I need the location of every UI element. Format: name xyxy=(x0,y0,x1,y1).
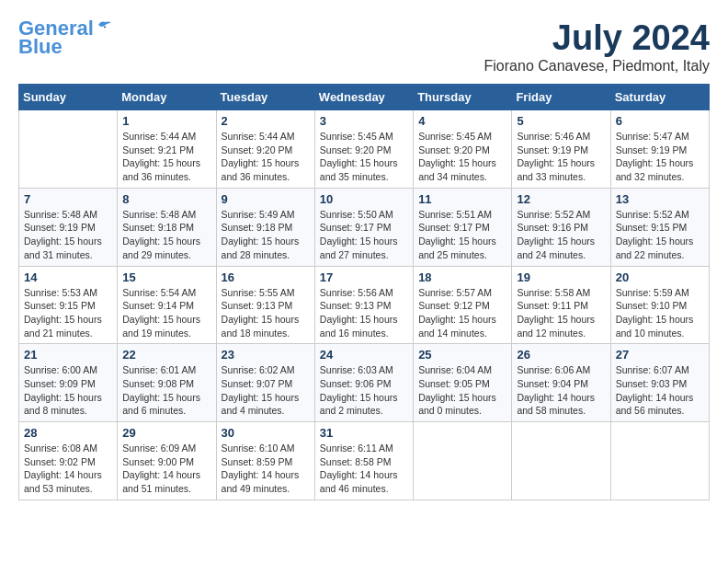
location-subtitle: Fiorano Canavese, Piedmont, Italy xyxy=(484,58,710,75)
day-number: 19 xyxy=(517,270,605,284)
day-info: Sunrise: 6:01 AM Sunset: 9:08 PM Dayligh… xyxy=(122,363,210,418)
day-number: 6 xyxy=(616,114,704,128)
header-row: SundayMondayTuesdayWednesdayThursdayFrid… xyxy=(19,85,710,110)
calendar-cell: 5Sunrise: 5:46 AM Sunset: 9:19 PM Daylig… xyxy=(512,110,610,189)
header-day-sunday: Sunday xyxy=(19,85,118,110)
week-row-3: 14Sunrise: 5:53 AM Sunset: 9:15 PM Dayli… xyxy=(19,266,710,344)
calendar-header: SundayMondayTuesdayWednesdayThursdayFrid… xyxy=(19,85,710,110)
calendar-cell: 14Sunrise: 5:53 AM Sunset: 9:15 PM Dayli… xyxy=(19,266,118,344)
calendar-cell: 26Sunrise: 6:06 AM Sunset: 9:04 PM Dayli… xyxy=(512,344,610,422)
week-row-5: 28Sunrise: 6:08 AM Sunset: 9:02 PM Dayli… xyxy=(19,422,710,500)
day-number: 18 xyxy=(418,270,506,284)
day-info: Sunrise: 5:45 AM Sunset: 9:20 PM Dayligh… xyxy=(418,130,506,184)
day-info: Sunrise: 5:48 AM Sunset: 9:18 PM Dayligh… xyxy=(122,208,210,262)
calendar-cell: 17Sunrise: 5:56 AM Sunset: 9:13 PM Dayli… xyxy=(314,266,413,344)
day-number: 2 xyxy=(222,114,310,128)
calendar-cell: 15Sunrise: 5:54 AM Sunset: 9:14 PM Dayli… xyxy=(118,266,216,344)
calendar-cell xyxy=(19,110,118,189)
week-row-2: 7Sunrise: 5:48 AM Sunset: 9:19 PM Daylig… xyxy=(19,188,710,266)
day-info: Sunrise: 5:45 AM Sunset: 9:20 PM Dayligh… xyxy=(320,130,408,184)
calendar-cell: 20Sunrise: 5:59 AM Sunset: 9:10 PM Dayli… xyxy=(610,266,709,344)
calendar-cell xyxy=(610,422,709,500)
title-section: July 2024 Fiorano Canavese, Piedmont, It… xyxy=(484,18,710,75)
week-row-4: 21Sunrise: 6:00 AM Sunset: 9:09 PM Dayli… xyxy=(19,344,710,422)
day-info: Sunrise: 5:56 AM Sunset: 9:13 PM Dayligh… xyxy=(320,286,408,340)
header-day-saturday: Saturday xyxy=(610,85,709,110)
week-row-1: 1Sunrise: 5:44 AM Sunset: 9:21 PM Daylig… xyxy=(19,110,710,189)
day-number: 11 xyxy=(418,192,506,206)
calendar-cell: 6Sunrise: 5:47 AM Sunset: 9:19 PM Daylig… xyxy=(610,110,709,189)
day-info: Sunrise: 5:44 AM Sunset: 9:21 PM Dayligh… xyxy=(122,130,210,184)
day-number: 20 xyxy=(616,270,704,284)
day-number: 30 xyxy=(222,426,310,440)
day-number: 17 xyxy=(320,270,408,284)
day-number: 7 xyxy=(24,192,112,206)
calendar-cell: 11Sunrise: 5:51 AM Sunset: 9:17 PM Dayli… xyxy=(414,188,512,266)
header-day-friday: Friday xyxy=(512,85,610,110)
day-info: Sunrise: 6:09 AM Sunset: 9:00 PM Dayligh… xyxy=(122,442,210,496)
header-day-tuesday: Tuesday xyxy=(216,85,314,110)
day-number: 8 xyxy=(122,192,210,206)
calendar-cell: 23Sunrise: 6:02 AM Sunset: 9:07 PM Dayli… xyxy=(216,344,314,422)
day-number: 16 xyxy=(222,270,310,284)
day-number: 21 xyxy=(24,348,112,362)
day-info: Sunrise: 5:54 AM Sunset: 9:14 PM Dayligh… xyxy=(122,286,210,340)
calendar-cell: 27Sunrise: 6:07 AM Sunset: 9:03 PM Dayli… xyxy=(610,344,709,422)
day-info: Sunrise: 6:11 AM Sunset: 8:58 PM Dayligh… xyxy=(320,442,408,496)
day-info: Sunrise: 5:53 AM Sunset: 9:15 PM Dayligh… xyxy=(24,286,112,340)
day-number: 29 xyxy=(122,426,210,440)
day-info: Sunrise: 5:59 AM Sunset: 9:10 PM Dayligh… xyxy=(616,286,704,340)
calendar-cell: 2Sunrise: 5:44 AM Sunset: 9:20 PM Daylig… xyxy=(216,110,314,189)
day-number: 25 xyxy=(418,348,506,362)
day-number: 14 xyxy=(24,270,112,284)
day-number: 31 xyxy=(320,426,408,440)
calendar-cell: 3Sunrise: 5:45 AM Sunset: 9:20 PM Daylig… xyxy=(314,110,413,189)
calendar-cell: 7Sunrise: 5:48 AM Sunset: 9:19 PM Daylig… xyxy=(19,188,118,266)
calendar-cell: 13Sunrise: 5:52 AM Sunset: 9:15 PM Dayli… xyxy=(610,188,709,266)
day-info: Sunrise: 6:06 AM Sunset: 9:04 PM Dayligh… xyxy=(517,363,605,418)
calendar-cell: 30Sunrise: 6:10 AM Sunset: 8:59 PM Dayli… xyxy=(216,422,314,500)
day-info: Sunrise: 5:52 AM Sunset: 9:16 PM Dayligh… xyxy=(517,208,605,262)
calendar-body: 1Sunrise: 5:44 AM Sunset: 9:21 PM Daylig… xyxy=(19,110,710,500)
day-number: 23 xyxy=(222,348,310,362)
calendar-cell xyxy=(414,422,512,500)
page-header: General Blue July 2024 Fiorano Canavese,… xyxy=(18,18,710,75)
calendar-cell: 12Sunrise: 5:52 AM Sunset: 9:16 PM Dayli… xyxy=(512,188,610,266)
month-year-title: July 2024 xyxy=(484,18,710,58)
calendar-cell: 8Sunrise: 5:48 AM Sunset: 9:18 PM Daylig… xyxy=(118,188,216,266)
calendar-cell: 4Sunrise: 5:45 AM Sunset: 9:20 PM Daylig… xyxy=(414,110,512,189)
day-info: Sunrise: 5:44 AM Sunset: 9:20 PM Dayligh… xyxy=(222,130,310,184)
day-info: Sunrise: 6:00 AM Sunset: 9:09 PM Dayligh… xyxy=(24,363,112,418)
day-number: 27 xyxy=(616,348,704,362)
day-info: Sunrise: 5:47 AM Sunset: 9:19 PM Dayligh… xyxy=(616,130,704,184)
day-info: Sunrise: 6:07 AM Sunset: 9:03 PM Dayligh… xyxy=(616,363,704,418)
calendar-cell: 31Sunrise: 6:11 AM Sunset: 8:58 PM Dayli… xyxy=(314,422,413,500)
day-info: Sunrise: 6:02 AM Sunset: 9:07 PM Dayligh… xyxy=(222,363,310,418)
header-day-monday: Monday xyxy=(118,85,216,110)
calendar-cell: 25Sunrise: 6:04 AM Sunset: 9:05 PM Dayli… xyxy=(414,344,512,422)
logo: General Blue xyxy=(18,18,112,57)
day-number: 10 xyxy=(320,192,408,206)
day-info: Sunrise: 5:57 AM Sunset: 9:12 PM Dayligh… xyxy=(418,286,506,340)
calendar-cell: 22Sunrise: 6:01 AM Sunset: 9:08 PM Dayli… xyxy=(118,344,216,422)
day-info: Sunrise: 5:52 AM Sunset: 9:15 PM Dayligh… xyxy=(616,208,704,262)
day-info: Sunrise: 5:48 AM Sunset: 9:19 PM Dayligh… xyxy=(24,208,112,262)
day-number: 4 xyxy=(418,114,506,128)
calendar-cell: 16Sunrise: 5:55 AM Sunset: 9:13 PM Dayli… xyxy=(216,266,314,344)
day-info: Sunrise: 5:51 AM Sunset: 9:17 PM Dayligh… xyxy=(418,208,506,262)
logo-text2: Blue xyxy=(18,37,63,57)
day-number: 9 xyxy=(222,192,310,206)
calendar-table: SundayMondayTuesdayWednesdayThursdayFrid… xyxy=(18,84,710,500)
calendar-cell: 1Sunrise: 5:44 AM Sunset: 9:21 PM Daylig… xyxy=(118,110,216,189)
day-info: Sunrise: 5:46 AM Sunset: 9:19 PM Dayligh… xyxy=(517,130,605,184)
day-info: Sunrise: 6:04 AM Sunset: 9:05 PM Dayligh… xyxy=(418,363,506,418)
header-day-thursday: Thursday xyxy=(414,85,512,110)
day-number: 3 xyxy=(320,114,408,128)
calendar-cell: 19Sunrise: 5:58 AM Sunset: 9:11 PM Dayli… xyxy=(512,266,610,344)
day-number: 26 xyxy=(517,348,605,362)
calendar-cell: 28Sunrise: 6:08 AM Sunset: 9:02 PM Dayli… xyxy=(19,422,118,500)
day-number: 5 xyxy=(517,114,605,128)
calendar-cell: 24Sunrise: 6:03 AM Sunset: 9:06 PM Dayli… xyxy=(314,344,413,422)
day-number: 1 xyxy=(122,114,210,128)
calendar-cell: 29Sunrise: 6:09 AM Sunset: 9:00 PM Dayli… xyxy=(118,422,216,500)
